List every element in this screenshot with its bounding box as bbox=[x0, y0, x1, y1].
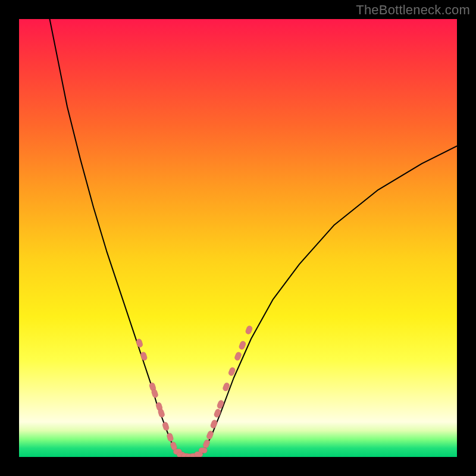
marker-point bbox=[239, 340, 247, 350]
marker-point bbox=[210, 419, 218, 429]
marker-point bbox=[162, 421, 170, 431]
curve-layer bbox=[19, 19, 457, 457]
curve-left-branch bbox=[50, 19, 177, 453]
plot-area bbox=[19, 19, 457, 457]
marker-point bbox=[234, 352, 242, 361]
outer-frame: TheBottleneck.com bbox=[0, 0, 476, 476]
marker-point bbox=[217, 400, 225, 409]
highlight-markers bbox=[136, 325, 253, 457]
marker-point bbox=[199, 447, 207, 453]
marker-point bbox=[214, 408, 222, 418]
marker-point bbox=[245, 325, 253, 334]
curve-right-branch bbox=[203, 146, 457, 452]
watermark-text: TheBottleneck.com bbox=[356, 2, 470, 18]
